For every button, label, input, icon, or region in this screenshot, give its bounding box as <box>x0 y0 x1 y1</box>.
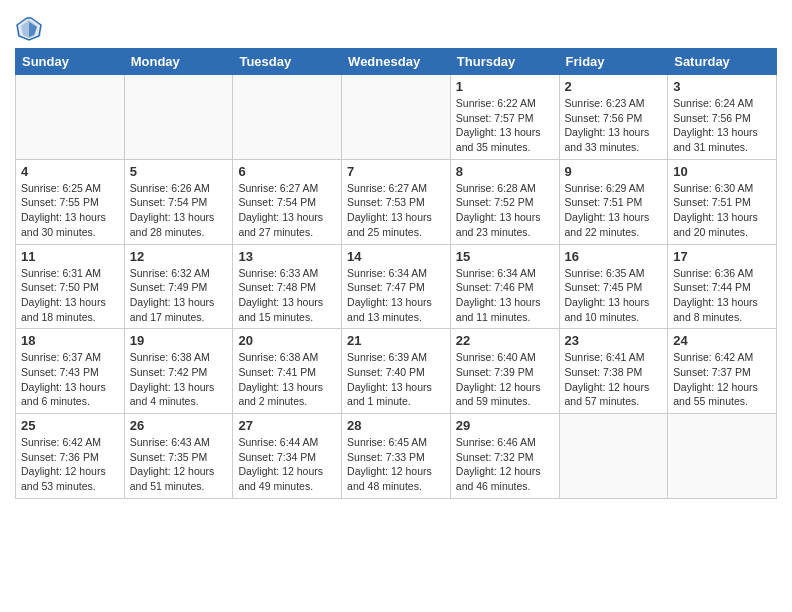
calendar-cell: 16Sunrise: 6:35 AM Sunset: 7:45 PM Dayli… <box>559 244 668 329</box>
day-info: Sunrise: 6:36 AM Sunset: 7:44 PM Dayligh… <box>673 266 771 325</box>
calendar-cell: 10Sunrise: 6:30 AM Sunset: 7:51 PM Dayli… <box>668 159 777 244</box>
calendar-cell: 24Sunrise: 6:42 AM Sunset: 7:37 PM Dayli… <box>668 329 777 414</box>
day-info: Sunrise: 6:45 AM Sunset: 7:33 PM Dayligh… <box>347 435 445 494</box>
day-info: Sunrise: 6:41 AM Sunset: 7:38 PM Dayligh… <box>565 350 663 409</box>
calendar-cell: 20Sunrise: 6:38 AM Sunset: 7:41 PM Dayli… <box>233 329 342 414</box>
calendar-cell: 15Sunrise: 6:34 AM Sunset: 7:46 PM Dayli… <box>450 244 559 329</box>
day-number: 7 <box>347 164 445 179</box>
calendar-cell <box>16 75 125 160</box>
day-info: Sunrise: 6:42 AM Sunset: 7:37 PM Dayligh… <box>673 350 771 409</box>
calendar-cell: 19Sunrise: 6:38 AM Sunset: 7:42 PM Dayli… <box>124 329 233 414</box>
day-number: 3 <box>673 79 771 94</box>
day-number: 28 <box>347 418 445 433</box>
calendar-cell: 21Sunrise: 6:39 AM Sunset: 7:40 PM Dayli… <box>342 329 451 414</box>
day-info: Sunrise: 6:39 AM Sunset: 7:40 PM Dayligh… <box>347 350 445 409</box>
col-header-saturday: Saturday <box>668 49 777 75</box>
calendar-cell: 13Sunrise: 6:33 AM Sunset: 7:48 PM Dayli… <box>233 244 342 329</box>
calendar-cell: 4Sunrise: 6:25 AM Sunset: 7:55 PM Daylig… <box>16 159 125 244</box>
day-info: Sunrise: 6:34 AM Sunset: 7:47 PM Dayligh… <box>347 266 445 325</box>
day-number: 8 <box>456 164 554 179</box>
day-number: 24 <box>673 333 771 348</box>
day-info: Sunrise: 6:33 AM Sunset: 7:48 PM Dayligh… <box>238 266 336 325</box>
calendar-cell <box>559 414 668 499</box>
day-info: Sunrise: 6:43 AM Sunset: 7:35 PM Dayligh… <box>130 435 228 494</box>
day-number: 12 <box>130 249 228 264</box>
day-number: 27 <box>238 418 336 433</box>
day-info: Sunrise: 6:25 AM Sunset: 7:55 PM Dayligh… <box>21 181 119 240</box>
week-row-3: 11Sunrise: 6:31 AM Sunset: 7:50 PM Dayli… <box>16 244 777 329</box>
calendar-cell <box>668 414 777 499</box>
col-header-wednesday: Wednesday <box>342 49 451 75</box>
calendar-cell: 14Sunrise: 6:34 AM Sunset: 7:47 PM Dayli… <box>342 244 451 329</box>
calendar-cell: 22Sunrise: 6:40 AM Sunset: 7:39 PM Dayli… <box>450 329 559 414</box>
day-info: Sunrise: 6:46 AM Sunset: 7:32 PM Dayligh… <box>456 435 554 494</box>
day-info: Sunrise: 6:24 AM Sunset: 7:56 PM Dayligh… <box>673 96 771 155</box>
day-number: 2 <box>565 79 663 94</box>
calendar-cell: 1Sunrise: 6:22 AM Sunset: 7:57 PM Daylig… <box>450 75 559 160</box>
calendar-cell: 18Sunrise: 6:37 AM Sunset: 7:43 PM Dayli… <box>16 329 125 414</box>
day-number: 1 <box>456 79 554 94</box>
logo-icon <box>15 14 43 42</box>
day-info: Sunrise: 6:28 AM Sunset: 7:52 PM Dayligh… <box>456 181 554 240</box>
day-number: 13 <box>238 249 336 264</box>
day-number: 16 <box>565 249 663 264</box>
col-header-tuesday: Tuesday <box>233 49 342 75</box>
week-row-1: 1Sunrise: 6:22 AM Sunset: 7:57 PM Daylig… <box>16 75 777 160</box>
col-header-friday: Friday <box>559 49 668 75</box>
calendar-cell <box>342 75 451 160</box>
day-number: 14 <box>347 249 445 264</box>
calendar-cell: 26Sunrise: 6:43 AM Sunset: 7:35 PM Dayli… <box>124 414 233 499</box>
day-number: 10 <box>673 164 771 179</box>
day-info: Sunrise: 6:27 AM Sunset: 7:54 PM Dayligh… <box>238 181 336 240</box>
day-number: 4 <box>21 164 119 179</box>
header <box>15 10 777 42</box>
day-number: 15 <box>456 249 554 264</box>
week-row-2: 4Sunrise: 6:25 AM Sunset: 7:55 PM Daylig… <box>16 159 777 244</box>
day-number: 9 <box>565 164 663 179</box>
day-info: Sunrise: 6:22 AM Sunset: 7:57 PM Dayligh… <box>456 96 554 155</box>
day-number: 29 <box>456 418 554 433</box>
day-info: Sunrise: 6:29 AM Sunset: 7:51 PM Dayligh… <box>565 181 663 240</box>
calendar-table: SundayMondayTuesdayWednesdayThursdayFrid… <box>15 48 777 499</box>
calendar-cell: 11Sunrise: 6:31 AM Sunset: 7:50 PM Dayli… <box>16 244 125 329</box>
col-header-sunday: Sunday <box>16 49 125 75</box>
logo <box>15 14 47 42</box>
day-info: Sunrise: 6:42 AM Sunset: 7:36 PM Dayligh… <box>21 435 119 494</box>
calendar-cell: 3Sunrise: 6:24 AM Sunset: 7:56 PM Daylig… <box>668 75 777 160</box>
calendar-cell: 25Sunrise: 6:42 AM Sunset: 7:36 PM Dayli… <box>16 414 125 499</box>
day-number: 25 <box>21 418 119 433</box>
calendar-cell: 28Sunrise: 6:45 AM Sunset: 7:33 PM Dayli… <box>342 414 451 499</box>
day-info: Sunrise: 6:30 AM Sunset: 7:51 PM Dayligh… <box>673 181 771 240</box>
calendar-cell: 2Sunrise: 6:23 AM Sunset: 7:56 PM Daylig… <box>559 75 668 160</box>
calendar-cell: 8Sunrise: 6:28 AM Sunset: 7:52 PM Daylig… <box>450 159 559 244</box>
day-number: 11 <box>21 249 119 264</box>
day-number: 18 <box>21 333 119 348</box>
day-number: 19 <box>130 333 228 348</box>
calendar-cell: 17Sunrise: 6:36 AM Sunset: 7:44 PM Dayli… <box>668 244 777 329</box>
calendar-cell: 27Sunrise: 6:44 AM Sunset: 7:34 PM Dayli… <box>233 414 342 499</box>
day-info: Sunrise: 6:35 AM Sunset: 7:45 PM Dayligh… <box>565 266 663 325</box>
day-number: 20 <box>238 333 336 348</box>
day-info: Sunrise: 6:38 AM Sunset: 7:42 PM Dayligh… <box>130 350 228 409</box>
week-row-5: 25Sunrise: 6:42 AM Sunset: 7:36 PM Dayli… <box>16 414 777 499</box>
day-info: Sunrise: 6:34 AM Sunset: 7:46 PM Dayligh… <box>456 266 554 325</box>
calendar-cell: 7Sunrise: 6:27 AM Sunset: 7:53 PM Daylig… <box>342 159 451 244</box>
day-number: 26 <box>130 418 228 433</box>
day-number: 22 <box>456 333 554 348</box>
col-header-thursday: Thursday <box>450 49 559 75</box>
calendar-header-row: SundayMondayTuesdayWednesdayThursdayFrid… <box>16 49 777 75</box>
day-info: Sunrise: 6:32 AM Sunset: 7:49 PM Dayligh… <box>130 266 228 325</box>
day-info: Sunrise: 6:26 AM Sunset: 7:54 PM Dayligh… <box>130 181 228 240</box>
week-row-4: 18Sunrise: 6:37 AM Sunset: 7:43 PM Dayli… <box>16 329 777 414</box>
col-header-monday: Monday <box>124 49 233 75</box>
day-number: 23 <box>565 333 663 348</box>
day-info: Sunrise: 6:31 AM Sunset: 7:50 PM Dayligh… <box>21 266 119 325</box>
day-info: Sunrise: 6:37 AM Sunset: 7:43 PM Dayligh… <box>21 350 119 409</box>
calendar-cell: 29Sunrise: 6:46 AM Sunset: 7:32 PM Dayli… <box>450 414 559 499</box>
day-info: Sunrise: 6:38 AM Sunset: 7:41 PM Dayligh… <box>238 350 336 409</box>
day-info: Sunrise: 6:23 AM Sunset: 7:56 PM Dayligh… <box>565 96 663 155</box>
calendar-cell <box>233 75 342 160</box>
day-number: 6 <box>238 164 336 179</box>
page: SundayMondayTuesdayWednesdayThursdayFrid… <box>0 0 792 612</box>
day-number: 17 <box>673 249 771 264</box>
